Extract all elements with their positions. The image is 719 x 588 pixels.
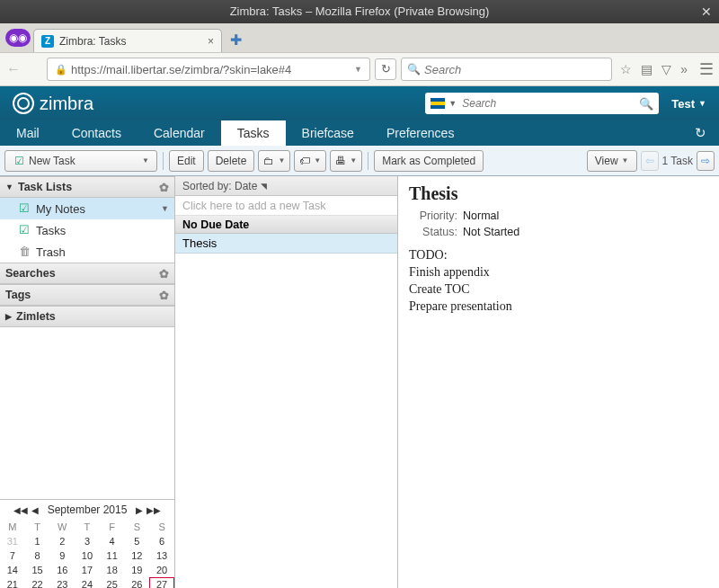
calendar-day[interactable]: 25: [100, 577, 125, 588]
browser-tab[interactable]: Z Zimbra: Tasks ×: [33, 29, 222, 52]
sidebar-item-trash[interactable]: 🗑Trash: [0, 241, 174, 263]
new-tab-button[interactable]: ✚: [225, 31, 247, 52]
app-search-input[interactable]: [462, 97, 639, 110]
calendar-day[interactable]: 31: [0, 534, 25, 548]
calendar-day[interactable]: 13: [149, 548, 174, 563]
refresh-button[interactable]: ↻: [682, 125, 719, 141]
searches-header[interactable]: Searches ✿: [0, 263, 174, 284]
tab-close-button[interactable]: ×: [208, 35, 214, 48]
main-layout: ▼ Task Lists ✿ ☑My Notes▼☑Tasks🗑Trash Se…: [0, 176, 719, 588]
detail-title: Thesis: [409, 183, 708, 204]
list-icon: ☑: [18, 224, 31, 236]
move-button[interactable]: 🗀▼: [258, 150, 290, 172]
calendar-day[interactable]: 2: [49, 534, 75, 548]
calendar-day[interactable]: 10: [75, 548, 100, 563]
cal-prev-month[interactable]: ◀: [31, 505, 39, 515]
calendar-day[interactable]: 12: [125, 548, 150, 563]
calendar-day[interactable]: 9: [49, 548, 75, 563]
view-button[interactable]: View▼: [587, 150, 637, 172]
window-close-button[interactable]: ✕: [701, 0, 712, 23]
app-search[interactable]: ▼ 🔍: [425, 93, 659, 114]
calendar-day[interactable]: 24: [75, 577, 100, 588]
url-bar[interactable]: 🔒 ▼: [47, 58, 370, 81]
calendar-day[interactable]: 17: [75, 563, 100, 577]
nav-tab-briefcase[interactable]: Briefcase: [286, 120, 370, 146]
pocket-icon[interactable]: ▽: [661, 62, 671, 76]
tag-button[interactable]: 🏷▼: [294, 150, 326, 172]
calendar-day[interactable]: 21: [0, 577, 25, 588]
search-scope-dropdown[interactable]: ▼: [448, 99, 457, 108]
menu-button[interactable]: ☰: [696, 59, 714, 79]
nav-tab-preferences[interactable]: Preferences: [370, 120, 470, 146]
calendar-day[interactable]: 23: [49, 577, 75, 588]
task-lists-header[interactable]: ▼ Task Lists ✿: [0, 176, 174, 198]
calendar-day[interactable]: 6: [149, 534, 174, 548]
browser-toolbar-icons: ☆ ▤ ▽ »: [617, 62, 691, 76]
cal-next-month[interactable]: ▶: [136, 505, 143, 515]
more-icon[interactable]: »: [680, 62, 688, 76]
bookmarks-sidebar-icon[interactable]: ▤: [641, 62, 652, 76]
tags-header[interactable]: Tags ✿: [0, 284, 174, 306]
delete-button[interactable]: Delete: [208, 150, 255, 172]
search-submit-icon[interactable]: 🔍: [639, 97, 653, 111]
app-logo[interactable]: zimbra: [13, 93, 93, 114]
nav-tab-calendar[interactable]: Calendar: [138, 120, 221, 146]
url-dropdown-icon[interactable]: ▼: [351, 65, 366, 74]
new-task-button[interactable]: ☑ New Task ▼: [4, 150, 157, 172]
chevron-down-icon[interactable]: ▼: [161, 204, 169, 213]
sidebar-item-tasks[interactable]: ☑Tasks: [0, 219, 174, 241]
mark-completed-button[interactable]: Mark as Completed: [374, 150, 484, 172]
tag-icon: 🏷: [299, 155, 310, 167]
user-menu[interactable]: Test ▼: [671, 97, 706, 111]
gear-icon[interactable]: ✿: [159, 289, 169, 302]
zimlets-header[interactable]: ▶ Zimlets: [0, 306, 174, 327]
gear-icon[interactable]: ✿: [159, 267, 169, 281]
nav-tab-tasks[interactable]: Tasks: [221, 120, 286, 146]
calendar-day[interactable]: 5: [125, 534, 150, 548]
sort-header[interactable]: Sorted by: Date ◥: [175, 176, 397, 196]
favicon-icon: Z: [41, 35, 54, 48]
edit-button[interactable]: Edit: [169, 150, 204, 172]
calendar-day[interactable]: 20: [149, 563, 174, 577]
browser-search[interactable]: 🔍: [401, 58, 612, 81]
prev-task-button[interactable]: ⇦: [641, 151, 659, 171]
reload-button[interactable]: ↻: [375, 58, 396, 80]
next-task-button[interactable]: ⇨: [697, 151, 715, 171]
group-header: No Due Date: [175, 216, 397, 234]
calendar-day[interactable]: 7: [0, 548, 25, 563]
calendar-day[interactable]: 1: [25, 534, 50, 548]
nav-tab-contacts[interactable]: Contacts: [56, 120, 138, 146]
separator: [163, 152, 164, 170]
sidebar-item-my-notes[interactable]: ☑My Notes▼: [0, 198, 174, 219]
nav-tab-mail[interactable]: Mail: [0, 120, 56, 146]
task-count-label: 1 Task: [662, 155, 693, 167]
back-button[interactable]: ←: [5, 61, 22, 77]
bookmark-icon[interactable]: ☆: [620, 62, 632, 76]
calendar-day[interactable]: 19: [125, 563, 150, 577]
calendar-day[interactable]: 11: [100, 548, 125, 563]
calendar-day[interactable]: 14: [0, 563, 25, 577]
calendar-day[interactable]: 3: [75, 534, 100, 548]
task-row[interactable]: Thesis: [175, 234, 397, 254]
checklist-icon: ☑: [13, 155, 25, 167]
add-task-input[interactable]: Click here to add a new Task: [175, 196, 397, 216]
calendar-day[interactable]: 16: [49, 563, 75, 577]
browser-search-input[interactable]: [424, 63, 606, 76]
cal-next-year[interactable]: ▶▶: [146, 505, 161, 515]
calendar-day[interactable]: 15: [25, 563, 50, 577]
search-scope-icon[interactable]: [431, 98, 445, 109]
print-icon: 🖶: [335, 155, 346, 167]
lock-icon: 🔒: [51, 64, 71, 76]
calendar-day[interactable]: 22: [25, 577, 50, 588]
cal-month-label[interactable]: September 2015: [42, 503, 133, 516]
calendar-day[interactable]: 27: [149, 577, 174, 588]
cal-prev-year[interactable]: ◀◀: [13, 505, 28, 515]
print-button[interactable]: 🖶▼: [330, 150, 362, 172]
window-title: Zimbra: Tasks – Mozilla Firefox (Private…: [230, 4, 490, 18]
calendar-day[interactable]: 4: [100, 534, 125, 548]
calendar-day[interactable]: 18: [100, 563, 125, 577]
calendar-day[interactable]: 8: [25, 548, 50, 563]
calendar-day[interactable]: 26: [125, 577, 150, 588]
url-input[interactable]: [71, 63, 351, 76]
gear-icon[interactable]: ✿: [159, 181, 169, 194]
